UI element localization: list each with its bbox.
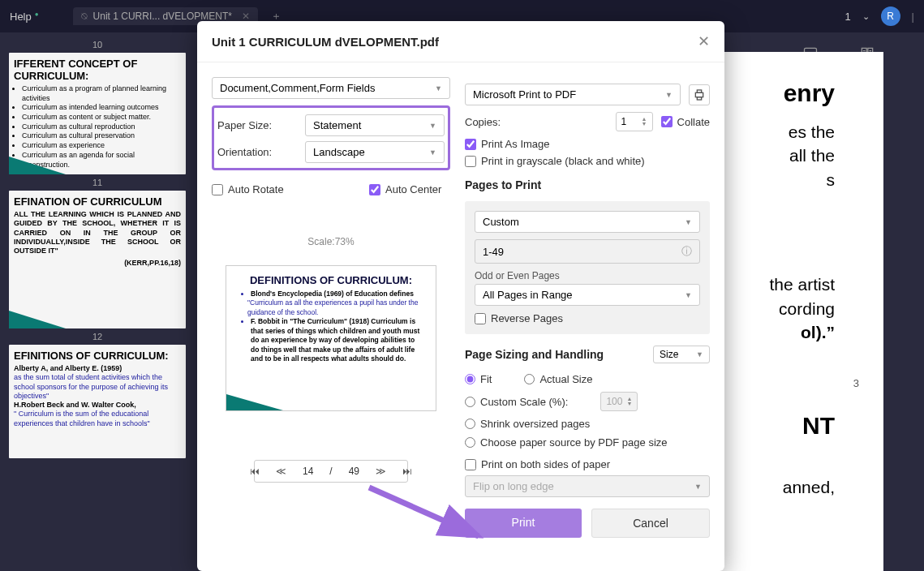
scale-label: Scale:73% (212, 236, 450, 247)
dialog-title: Unit 1 CURRICULUM dVELOPMENT.pdf (212, 35, 439, 49)
user-avatar[interactable]: R (881, 6, 900, 26)
thumbnail-11[interactable]: EFINATION OF CURRICULUM ALL THE LEARNING… (9, 191, 186, 328)
copies-label: Copies: (465, 116, 501, 128)
custom-scale-radio[interactable]: Custom Scale (%): (465, 396, 568, 408)
help-menu[interactable]: Help (10, 11, 32, 23)
reverse-pages-checkbox[interactable]: Reverse Pages (475, 312, 700, 324)
pages-to-print-header: Pages to Print (465, 178, 710, 191)
close-dialog-button[interactable]: ✕ (698, 32, 710, 50)
svg-rect-2 (697, 90, 701, 92)
caret-down-icon: ▼ (435, 84, 442, 92)
svg-rect-1 (695, 92, 703, 97)
odd-even-select[interactable]: All Pages in Range▼ (475, 284, 700, 306)
dot-indicator: ● (35, 11, 39, 18)
pager-total: 49 (342, 462, 366, 480)
choose-source-radio[interactable]: Choose paper source by PDF page size (465, 436, 710, 449)
print-as-image-checkbox[interactable]: Print As Image (465, 138, 710, 150)
info-icon[interactable]: ⓘ (681, 244, 692, 259)
pager-prev[interactable]: ≪ (269, 462, 293, 480)
thumbnail-10[interactable]: IFFERENT CONCEPT OF CURRICULUM: Curricul… (9, 53, 186, 174)
page-num-10: 10 (8, 40, 187, 49)
window-count[interactable]: 1 (844, 11, 850, 23)
page-range-input[interactable]: 1-49ⓘ (475, 239, 700, 264)
pager-last[interactable]: ⏭ (396, 462, 419, 480)
chevron-down-icon[interactable]: ⌄ (862, 11, 870, 22)
copies-spinner[interactable]: 1▲▼ (616, 112, 653, 131)
printer-select[interactable]: Microsoft Print to PDF▼ (465, 84, 681, 105)
odd-even-label: Odd or Even Pages (475, 270, 700, 281)
pager-next[interactable]: ≫ (369, 462, 393, 480)
collate-checkbox[interactable]: Collate (661, 116, 710, 128)
print-content-select[interactable]: Document,Comment,Form Fields▼ (212, 77, 450, 99)
page-num-12: 12 (8, 332, 187, 341)
print-button[interactable]: Print (465, 509, 582, 538)
sizing-header: Page Sizing and Handling (465, 348, 604, 361)
shrink-radio[interactable]: Shrink oversized pages (465, 418, 710, 430)
printer-props-button[interactable] (689, 84, 710, 105)
pager-first[interactable]: ⏮ (243, 462, 266, 480)
grayscale-checkbox[interactable]: Print in grayscale (black and white) (465, 155, 710, 167)
cancel-button[interactable]: Cancel (591, 509, 710, 538)
svg-rect-3 (697, 97, 701, 99)
paper-size-label: Paper Size: (217, 119, 299, 131)
paper-size-select[interactable]: Statement▼ (305, 114, 445, 136)
print-preview: DEFINITIONS OF CURRICULUM: Blond's Encyc… (226, 265, 436, 411)
page-num-11: 11 (8, 178, 187, 187)
pager-current[interactable]: 14 (296, 462, 320, 480)
page-range-select[interactable]: Custom▼ (475, 211, 700, 233)
divider: | (912, 11, 914, 23)
flip-select: Flip on long edge▼ (465, 475, 710, 497)
orientation-label: Orientation: (217, 146, 299, 158)
fit-radio[interactable]: Fit (465, 373, 492, 385)
broken-link-icon: ⦰ (81, 11, 88, 22)
highlight-box: Paper Size: Statement▼ Orientation: Land… (212, 105, 450, 170)
sizing-select[interactable]: Size▼ (653, 346, 710, 363)
auto-rotate-checkbox[interactable]: Auto Rotate (212, 183, 293, 195)
orientation-select[interactable]: Landscape▼ (305, 141, 445, 163)
tab-title: Unit 1 CURRI... dVELOPMENT* (93, 11, 232, 22)
close-tab-icon[interactable]: ✕ (242, 11, 250, 22)
print-dialog: Unit 1 CURRICULUM dVELOPMENT.pdf ✕ Docum… (197, 21, 724, 571)
thumbnail-panel[interactable]: 10 IFFERENT CONCEPT OF CURRICULUM: Curri… (0, 32, 195, 571)
thumbnail-12[interactable]: EFINITIONS OF CURRICULUM: Alberty A, and… (9, 345, 186, 458)
duplex-checkbox[interactable]: Print on both sides of paper (465, 458, 710, 470)
scale-spinner[interactable]: 100▲▼ (600, 392, 638, 411)
actual-size-radio[interactable]: Actual Size (524, 373, 592, 385)
auto-center-checkbox[interactable]: Auto Center (369, 183, 450, 195)
preview-pager: ⏮ ≪ 14 / 49 ≫ ⏭ (254, 460, 408, 483)
page-number: 3 (853, 376, 859, 391)
